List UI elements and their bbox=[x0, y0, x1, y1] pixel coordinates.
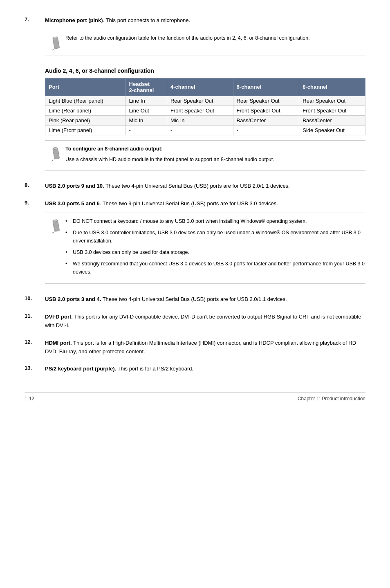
col-8ch: 8-channel bbox=[299, 78, 365, 96]
8ch-note-text: To configure an 8-channel audio output: … bbox=[65, 145, 365, 166]
item-7-suffix: . This port connects to a microphone. bbox=[103, 17, 191, 23]
audio-content: Audio 2, 4, 6, or 8-channel configuratio… bbox=[45, 67, 365, 175]
row0-col4: Rear Speaker Out bbox=[299, 96, 365, 105]
item-13-title: PS/2 keyboard port (purple). bbox=[45, 366, 116, 372]
usb-note-item-3: USB 3.0 devices can only be used for dat… bbox=[65, 248, 365, 256]
item-8-suffix: These two 4-pin Universal Serial Bus (US… bbox=[104, 183, 290, 189]
row2-col0: Pink (Rear panel) bbox=[45, 115, 126, 125]
table-row: Light Blue (Rear panel) Line In Rear Spe… bbox=[45, 96, 365, 105]
table-row: Lime (Front panel) - - - Side Speaker Ou… bbox=[45, 125, 365, 135]
item-10-content: USB 2.0 ports 3 and 4. These two 4-pin U… bbox=[45, 295, 365, 306]
item-13-number: 13. bbox=[25, 365, 45, 376]
item-9: 9. USB 3.0 ports 5 and 6. These two 9-pi… bbox=[25, 200, 365, 289]
row0-col3: Rear Speaker Out bbox=[233, 96, 299, 105]
row0-col2: Rear Speaker Out bbox=[167, 96, 233, 105]
row3-col2: - bbox=[167, 125, 233, 135]
audio-table: Port Headset2-channel 4-channel 6-channe… bbox=[45, 78, 365, 135]
pencil-icon-2 bbox=[45, 145, 65, 162]
usb-note-text: DO NOT connect a keyboard / mouse to any… bbox=[65, 217, 365, 279]
item-8-title: USB 2.0 ports 9 and 10. bbox=[45, 183, 104, 189]
item-13-content: PS/2 keyboard port (purple). This port i… bbox=[45, 365, 365, 376]
item-7-text: Microphone port (pink). This port connec… bbox=[45, 16, 365, 25]
row2-col2: Mic In bbox=[167, 115, 233, 125]
usb-bullet-list: DO NOT connect a keyboard / mouse to any… bbox=[65, 217, 365, 276]
item-8-content: USB 2.0 ports 9 and 10. These two 4-pin … bbox=[45, 182, 365, 193]
item-10: 10. USB 2.0 ports 3 and 4. These two 4-p… bbox=[25, 295, 365, 306]
row3-col3: - bbox=[233, 125, 299, 135]
col-port: Port bbox=[45, 78, 126, 96]
row3-col4: Side Speaker Out bbox=[299, 125, 365, 135]
item-10-title: USB 2.0 ports 3 and 4. bbox=[45, 296, 101, 302]
item-11-number: 11. bbox=[25, 313, 45, 332]
row1-col1: Line Out bbox=[126, 105, 167, 115]
col-4ch: 4-channel bbox=[167, 78, 233, 96]
pencil-icon-3 bbox=[45, 217, 65, 234]
audio-indent bbox=[25, 67, 45, 175]
item-9-content: USB 3.0 ports 5 and 6. These two 9-pin U… bbox=[45, 200, 365, 289]
item-11-title: DVI-D port. bbox=[45, 314, 73, 320]
item-8-text: USB 2.0 ports 9 and 10. These two 4-pin … bbox=[45, 182, 365, 191]
item-12-text: HDMI port. This port is for a High-Defin… bbox=[45, 339, 365, 356]
svg-rect-5 bbox=[54, 220, 58, 222]
footer-right: Chapter 1: Product introduction bbox=[298, 396, 365, 402]
item-7-note: Refer to the audio configuration table f… bbox=[45, 30, 365, 56]
usb-note-item-4: We strongly recommend that you connect U… bbox=[65, 260, 365, 276]
item-11-text: DVI-D port. This port is for any DVI-D c… bbox=[45, 313, 365, 330]
audio-section-title: Audio 2, 4, 6, or 8-channel configuratio… bbox=[45, 67, 365, 74]
row2-col4: Bass/Center bbox=[299, 115, 365, 125]
item-12-title: HDMI port. bbox=[45, 340, 72, 346]
item-7-title: Microphone port (pink) bbox=[45, 17, 103, 23]
row2-col1: Mic In bbox=[126, 115, 167, 125]
item-11-suffix: This port is for any DVI-D compatible de… bbox=[45, 314, 361, 328]
row1-col0: Lime (Rear panel) bbox=[45, 105, 126, 115]
item-9-title: USB 3.0 ports 5 and 6 bbox=[45, 200, 100, 206]
row2-col3: Bass/Center bbox=[233, 115, 299, 125]
item-9-number: 9. bbox=[25, 200, 45, 289]
item-12: 12. HDMI port. This port is for a High-D… bbox=[25, 339, 365, 359]
item-7: 7. Microphone port (pink). This port con… bbox=[25, 16, 365, 61]
item-13-text: PS/2 keyboard port (purple). This port i… bbox=[45, 365, 365, 373]
item-10-number: 10. bbox=[25, 295, 45, 306]
item-10-text: USB 2.0 ports 3 and 4. These two 4-pin U… bbox=[45, 295, 365, 304]
item-12-number: 12. bbox=[25, 339, 45, 359]
table-row: Pink (Rear panel) Mic In Mic In Bass/Cen… bbox=[45, 115, 365, 125]
col-headset: Headset2-channel bbox=[126, 78, 167, 96]
usb-note-item-1: DO NOT connect a keyboard / mouse to any… bbox=[65, 217, 365, 225]
item-11: 11. DVI-D port. This port is for any DVI… bbox=[25, 313, 365, 332]
usb-note-box: DO NOT connect a keyboard / mouse to any… bbox=[45, 213, 365, 284]
item-8: 8. USB 2.0 ports 9 and 10. These two 4-p… bbox=[25, 182, 365, 193]
row3-col1: - bbox=[126, 125, 167, 135]
item-7-content: Microphone port (pink). This port connec… bbox=[45, 16, 365, 61]
item-9-suffix: . These two 9-pin Universal Serial Bus (… bbox=[100, 200, 278, 206]
table-row: Lime (Rear panel) Line Out Front Speaker… bbox=[45, 105, 365, 115]
usb-note-item-2: Due to USB 3.0 controller limitations, U… bbox=[65, 229, 365, 245]
item-7-number: 7. bbox=[25, 16, 45, 61]
row3-col0: Lime (Front panel) bbox=[45, 125, 126, 135]
footer-left: 1-12 bbox=[25, 396, 34, 402]
item-9-text: USB 3.0 ports 5 and 6. These two 9-pin U… bbox=[45, 200, 365, 208]
audio-section: Audio 2, 4, 6, or 8-channel configuratio… bbox=[25, 67, 365, 175]
item-11-content: DVI-D port. This port is for any DVI-D c… bbox=[45, 313, 365, 332]
8ch-note-box: To configure an 8-channel audio output: … bbox=[45, 140, 365, 171]
pencil-icon bbox=[45, 34, 65, 52]
item-10-suffix: These two 4-pin Universal Serial Bus (US… bbox=[101, 296, 287, 302]
row0-col0: Light Blue (Rear panel) bbox=[45, 96, 126, 105]
item-13-suffix: This port is for a PS/2 keyboard. bbox=[116, 366, 193, 372]
row0-col1: Line In bbox=[126, 96, 167, 105]
row1-col2: Front Speaker Out bbox=[167, 105, 233, 115]
page-footer: 1-12 Chapter 1: Product introduction bbox=[25, 392, 365, 402]
item-8-number: 8. bbox=[25, 182, 45, 193]
svg-rect-3 bbox=[54, 147, 58, 150]
col-6ch: 6-channel bbox=[233, 78, 299, 96]
8ch-note-title: To configure an 8-channel audio output: bbox=[65, 146, 163, 152]
8ch-note-body: Use a chassis with HD audio module in th… bbox=[65, 155, 365, 164]
item-13: 13. PS/2 keyboard port (purple). This po… bbox=[25, 365, 365, 376]
row1-col4: Front Speaker Out bbox=[299, 105, 365, 115]
svg-rect-1 bbox=[54, 37, 58, 39]
row1-col3: Front Speaker Out bbox=[233, 105, 299, 115]
item-12-content: HDMI port. This port is for a High-Defin… bbox=[45, 339, 365, 359]
item-12-suffix: This port is for a High-Definition Multi… bbox=[45, 340, 356, 355]
item-7-note-text: Refer to the audio configuration table f… bbox=[65, 34, 365, 42]
